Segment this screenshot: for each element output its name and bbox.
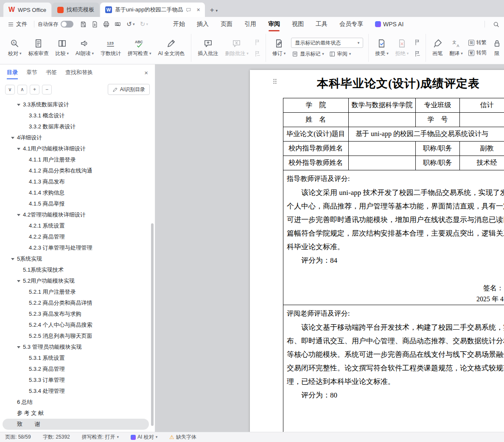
outline-item[interactable]: 5.3.3 订单管理 — [0, 375, 155, 386]
outline-item[interactable]: 4.1.4 求购信息 — [0, 187, 155, 198]
document-title[interactable]: 本科毕业论文(设计)成绩评定表 — [250, 76, 504, 91]
outline-item[interactable]: 4.2.3 订单管理与处理管理 — [0, 242, 155, 253]
paragraph-line[interactable]: 该论文采用 uni-app 技术开发了校园二手物品交易系统，实现了发布、 — [287, 186, 504, 200]
outline-item[interactable]: 5系统实现 — [0, 253, 155, 264]
table-cell[interactable]: 基于 uni-app 的校园二手物品交易系统设计与 — [349, 127, 504, 142]
table-drag-handle[interactable] — [271, 78, 279, 85]
search-icon[interactable] — [493, 21, 500, 28]
collapse-triangle-icon[interactable] — [17, 214, 20, 216]
ribbon-button[interactable]: 123字数统计 — [98, 37, 124, 58]
collapse-triangle-icon[interactable] — [17, 148, 20, 150]
table-cell[interactable]: 学 院 — [283, 98, 349, 113]
tab-list-caret-icon[interactable]: ▾ — [216, 8, 218, 13]
page-indicator[interactable]: 页面: 58/59 — [5, 434, 31, 441]
table-cell[interactable]: 姓 名 — [283, 113, 349, 127]
collapse-triangle-icon[interactable] — [17, 346, 20, 348]
new-tab-button[interactable]: + — [210, 6, 214, 14]
outline-item[interactable]: 5.2.1 用户注册登录 — [0, 286, 155, 297]
outline-item[interactable]: 4.1用户功能模块详细设计 — [0, 143, 155, 154]
print-icon[interactable] — [101, 19, 111, 29]
next-flag-icon[interactable] — [414, 50, 421, 57]
outline-item[interactable]: 5.1系统实现技术 — [0, 264, 155, 275]
redo-icon[interactable]: ↻▾ — [138, 19, 150, 29]
ribbon-tab[interactable]: 引用 — [238, 17, 262, 31]
ribbon-button[interactable]: 删除批注▾ — [222, 37, 252, 58]
ribbon-small-button[interactable]: 审阅▾ — [329, 50, 351, 58]
outline-item[interactable]: 6 总结 — [0, 397, 155, 408]
ribbon-tab[interactable]: 视图 — [286, 17, 310, 31]
autosave-control[interactable]: 自动保存 — [38, 21, 73, 28]
outline-item[interactable]: 4.1.3 商品发布 — [0, 176, 155, 187]
table-cell[interactable]: 毕业论文(设计)题目 — [283, 127, 349, 142]
outline-item[interactable]: 5.3 管理员功能模块实现 — [0, 342, 155, 353]
outline-item[interactable]: 4详细设计 — [0, 132, 155, 143]
outline-item[interactable]: 5.2.3 商品发布与求购 — [0, 309, 155, 320]
collapse-triangle-icon[interactable] — [17, 280, 20, 282]
table-cell[interactable]: 职称/职务 — [416, 142, 460, 156]
ribbon-button[interactable]: 插入批注 — [195, 37, 221, 58]
tab-wps-home[interactable]: W WPS Office — [3, 3, 51, 17]
signature-date[interactable]: 2025 年 4 — [287, 294, 504, 305]
outline-item[interactable]: 4.1.2 商品分类和在线沟通 — [0, 165, 155, 176]
paragraph-line[interactable]: 个人中心，商品推荐，用户管理等基本功能，界面简洁直观，具有一定实用 — [287, 200, 504, 213]
paragraph-line[interactable]: 该论文基于移动端跨平台开发技术，构建了校园二手交易系统，实现 — [287, 321, 504, 334]
reviewer-eval-cell[interactable]: 评阅老师评语及评分:该论文基于移动端跨平台开发技术，构建了校园二手交易系统，实现… — [283, 305, 504, 432]
table-cell[interactable] — [349, 156, 416, 170]
outline-item[interactable]: 5.2.5 消息列表与聊天页面 — [0, 331, 155, 342]
outline-item[interactable]: 3.3.1 概念设计 — [0, 110, 155, 121]
outline-item[interactable]: 4.1.1 用户注册登录 — [0, 154, 155, 165]
paragraph-line[interactable]: 科毕业论文标准。 — [287, 240, 504, 254]
file-menu-button[interactable]: 文件 — [4, 20, 31, 28]
collapse-triangle-icon[interactable] — [11, 137, 14, 139]
ribbon-tab[interactable]: WPS AI — [369, 17, 409, 31]
tab-chapters[interactable]: 章节 — [26, 64, 37, 81]
outline-item[interactable]: 5.3.2 商品管理 — [0, 364, 155, 375]
ribbon-tab[interactable]: 插入 — [191, 17, 215, 31]
ribbon-tab[interactable]: 工具 — [310, 17, 333, 31]
table-cell[interactable]: 职称/职务 — [416, 156, 460, 170]
table-cell[interactable]: 校内指导教师姓名 — [283, 142, 349, 156]
ai-proofread[interactable]: AI 校对 ▾ — [131, 434, 157, 441]
table-cell[interactable]: 校外指导教师姓名 — [283, 156, 349, 170]
signature-label[interactable]: 签名： — [287, 283, 504, 294]
zoom-out-outline-button[interactable]: − — [42, 85, 52, 95]
outline-item[interactable]: 3.3系统数据库设计 — [0, 99, 155, 110]
outline-item[interactable]: 5.3.1 系统设置 — [0, 353, 155, 364]
collapse-triangle-icon[interactable] — [17, 104, 20, 106]
outline-item[interactable]: 5.2.2 商品分类和商品详情 — [0, 297, 155, 309]
ribbon-button[interactable]: A校对▾ — [5, 37, 25, 58]
undo-icon[interactable]: ↺▾ — [124, 19, 136, 29]
close-tab-icon[interactable]: × — [195, 6, 201, 13]
ribbon-button[interactable]: 限 — [489, 37, 504, 58]
table-cell[interactable]: 专业班级 — [416, 98, 460, 113]
table-cell[interactable]: 技术经 — [460, 156, 504, 170]
outline-item[interactable]: 4.2.1 系统设置 — [0, 220, 155, 231]
ribbon-small-button[interactable]: 繁转简 — [468, 49, 487, 56]
markup-state-combo[interactable]: 显示标记的最终状态▾ — [291, 38, 363, 48]
outline-item[interactable]: 4.2.2 商品管理 — [0, 231, 155, 242]
paragraph-line[interactable]: 理，已经达到本科毕业论文标准。 — [287, 375, 504, 389]
tab-docer-templates[interactable]: 找稻壳模板 — [52, 3, 99, 17]
paragraph-line[interactable]: 等核心功能模块。系统可进一步完善商品在线支付与线下交易场景融合的 — [287, 348, 504, 361]
ribbon-button[interactable]: 接受▾ — [372, 37, 392, 58]
ribbon-button[interactable]: AI朗读▾ — [73, 37, 97, 58]
collapse-all-button[interactable]: ∧ — [17, 85, 27, 95]
outline-item[interactable]: 致 谢 — [3, 419, 149, 430]
outline-item[interactable]: 4.1.5 商品举报 — [0, 198, 155, 209]
prev-flag-icon[interactable] — [414, 39, 421, 46]
ribbon-button[interactable]: 比较▾ — [53, 37, 72, 58]
table-cell[interactable] — [460, 113, 504, 127]
tab-contents[interactable]: 目录 — [7, 64, 18, 81]
expand-all-button[interactable]: ∨ — [5, 85, 15, 95]
ribbon-button[interactable]: 标准审查 — [25, 37, 52, 58]
tab-active-document[interactable]: W 基于uni-app的校园二手物品 × — [100, 3, 205, 17]
word-count[interactable]: 字数: 25392 — [43, 434, 70, 441]
table-cell[interactable]: 数学与数据科学学院 — [349, 98, 416, 113]
paragraph-line[interactable]: 交易闭环完整性。论文撰写符合软件工程类课题规范，论文格式较规范， — [287, 361, 504, 375]
score-line[interactable]: 评分为：84 — [287, 254, 504, 267]
table-cell[interactable] — [349, 142, 416, 156]
tab-bookmarks[interactable]: 书签 — [46, 64, 57, 81]
tab-find-replace[interactable]: 查找和替换 — [65, 64, 93, 81]
table-cell[interactable]: 信计 — [460, 98, 504, 113]
ribbon-button[interactable]: AI 全文润色 — [155, 37, 188, 58]
